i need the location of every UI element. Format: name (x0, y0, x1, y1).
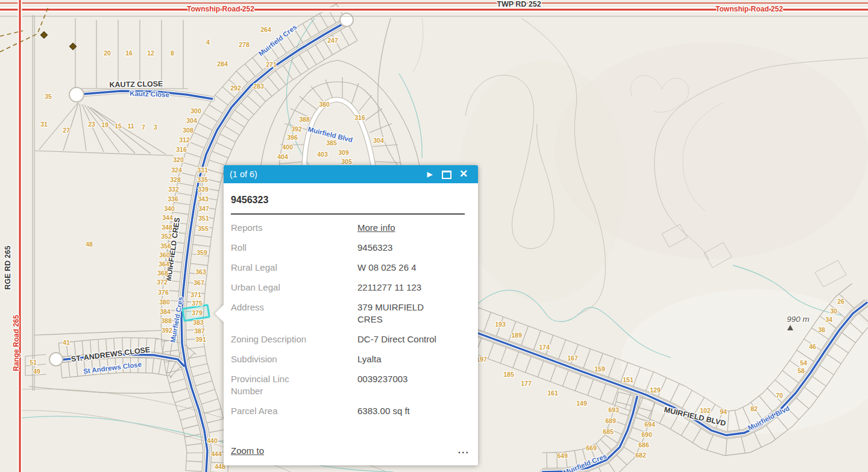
lot-number-label: 94 (720, 408, 727, 415)
attribute-row: Address379 MUIRFIELD CRES (231, 301, 465, 326)
attribute-row: Rural LegalW 08 025 26 4 (231, 262, 465, 274)
attribute-row: Roll9456323 (231, 242, 465, 254)
lot-number-label: 20 (104, 49, 111, 57)
field-value: 6383.00 sq ft (357, 405, 410, 417)
lot-number-label: 46 (809, 343, 816, 350)
attribute-row: Provincial Linc Number0039237003 (231, 373, 465, 397)
attribute-row: ReportsMore info (231, 222, 465, 234)
field-value: W 08 025 26 4 (357, 262, 417, 274)
lot-number-label: 649 (557, 452, 568, 459)
popup-footer: Zoom to ... (224, 439, 478, 465)
lot-number-label: 352 (161, 233, 172, 240)
lot-number-label: 403 (317, 151, 328, 158)
section-line (0, 7, 48, 52)
field-value: 9456323 (357, 242, 392, 254)
lot-number-label: 380 (159, 298, 170, 306)
lot-number-label: 348 (162, 224, 172, 231)
lot-number-label: 396 (287, 134, 298, 141)
lot-number-label: 686 (638, 441, 649, 448)
field-label: Parcel Area (231, 405, 357, 417)
attribute-row: Urban Legal2211277 11 123 (231, 282, 465, 294)
lot-number-label: 375 (192, 300, 203, 307)
lot-number-label: 347 (198, 205, 209, 212)
lot-number-label: 392 (291, 125, 302, 133)
lot-number-label: 54 (800, 359, 807, 367)
lot-number-label: 58 (797, 367, 805, 374)
lot-number-label: 7 (142, 124, 145, 131)
field-label: Rural Legal (231, 262, 357, 274)
lot-number-label: 304 (373, 137, 384, 144)
field-value: 2211277 11 123 (357, 282, 421, 294)
lot-number-label: 682 (635, 452, 646, 459)
lot-number-label: 332 (168, 186, 179, 193)
lot-number-label: 27 (63, 127, 70, 134)
lot-number-label: 304 (186, 117, 197, 124)
lot-number-label: 335 (197, 176, 208, 183)
lot-number-label: 356 (160, 242, 171, 250)
popup-body: 9456323 ReportsMore infoRoll9456323Rural… (224, 183, 478, 439)
lot-number-label: 305 (341, 158, 352, 165)
lot-number-label: 102 (700, 407, 711, 414)
close-button[interactable]: ✕ (455, 165, 472, 183)
lot-number-label: 193 (495, 321, 506, 328)
lot-number-label: 283 (253, 83, 264, 90)
lot-number-label: 336 (168, 195, 178, 203)
lot-number-label: 367 (193, 279, 204, 286)
lot-number-label: 400 (282, 143, 293, 151)
lot-number-label: 387 (194, 327, 205, 335)
lot-number-label: 440 (207, 437, 218, 444)
lot-number-label: 328 (170, 176, 181, 183)
lot-number-label: 343 (198, 195, 209, 203)
attribute-row: Parcel Area6383.00 sq ft (231, 405, 465, 417)
field-label: Zoning Description (231, 333, 357, 345)
popup-pagination: (1 of 6) (230, 169, 421, 179)
lot-number-label: 380 (319, 101, 330, 108)
street-label: RGE RD 265 (4, 245, 12, 289)
well-symbol (40, 31, 47, 38)
lot-number-label: 30 (830, 307, 837, 315)
lot-number-label: 82 (750, 405, 758, 412)
street-label: Kautz Close (130, 90, 169, 98)
maximize-icon (442, 171, 451, 179)
feature-popup: (1 of 6) ▶ ✕ 9456323 ReportsMore infoRol… (224, 165, 478, 465)
lot-number-label: 388 (299, 116, 310, 123)
lot-number-label: 392 (162, 327, 172, 334)
next-feature-button[interactable]: ▶ (421, 165, 438, 183)
lot-number-label: 11 (127, 122, 134, 130)
lot-number-label: 70 (776, 392, 783, 399)
street-label: Township Road 252 (187, 5, 254, 13)
street-label: TWP RD 252 (497, 0, 541, 8)
lot-number-label: 324 (171, 166, 182, 174)
lot-number-label: 23 (88, 121, 95, 128)
lot-number-label: 372 (157, 278, 168, 286)
lot-number-label: 360 (159, 251, 170, 259)
culdesac-standrews (49, 353, 63, 366)
lot-number-label: 4 (206, 39, 210, 46)
attribute-row: Zoning DescriptionDC-7 Direct Control (231, 333, 465, 345)
zoom-to-link[interactable]: Zoom to (231, 445, 264, 456)
lot-number-label: 388 (161, 317, 172, 324)
map-viewport: TWP RD 252Township Road 252Township Road… (0, 0, 868, 472)
lot-number-label: 690 (641, 431, 652, 438)
street-label: Range Road 265 (12, 315, 20, 371)
lot-number-label: 694 (644, 421, 655, 428)
lot-number-label: 385 (326, 139, 337, 146)
attribute-table: ReportsMore infoRoll9456323Rural LegalW … (231, 222, 465, 417)
lot-number-label: 177 (521, 380, 532, 387)
lot-number-label: 151 (623, 376, 634, 383)
field-label: Urban Legal (231, 282, 357, 294)
lot-number-label: 19 (101, 121, 108, 128)
lot-number-label: 308 (183, 127, 193, 134)
lot-number-label: 41 (63, 339, 70, 346)
more-options-button[interactable]: ... (458, 445, 470, 456)
lot-number-label: 685 (603, 428, 614, 435)
field-value: 379 MUIRFIELD CRES (357, 301, 431, 326)
lot-number-label: 316 (354, 114, 365, 121)
lot-number-label: 320 (173, 156, 184, 163)
field-value: 0039237003 (357, 373, 407, 397)
maximize-button[interactable] (438, 165, 455, 183)
lot-number-label: 48 (86, 241, 93, 248)
field-label: Reports (231, 222, 357, 234)
lot-number-label: 693 (608, 406, 619, 414)
more-info-link[interactable]: More info (357, 222, 395, 234)
